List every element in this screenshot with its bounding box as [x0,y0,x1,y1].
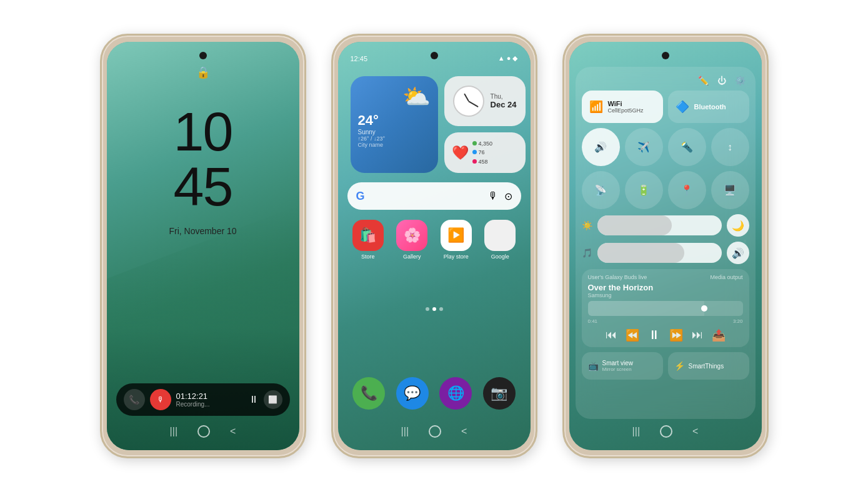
bottom-dock: 📞 💬 🌐 📷 [347,371,521,416]
media-controls: ⏮ ⏪ ⏸ ⏩ ⏭ 📤 [588,328,743,342]
media-output-label: Media output [710,274,742,280]
dock-phone[interactable]: 📞 [352,377,385,410]
wifi-network: CellEpot5GHz [608,107,644,114]
weather-temp: 24° [358,112,431,129]
vol-up-button[interactable] [100,123,101,148]
rec-time: 01:12:21 [176,391,244,401]
vol-up-button[interactable] [562,123,564,148]
media-next-icon[interactable]: ⏭ [692,328,703,342]
cp-power-icon[interactable]: ⏻ [717,76,726,86]
media-progress-fill [588,301,704,316]
nav-bar: ||| < [107,419,299,444]
app-gallery[interactable]: 🌸 Gallery [394,220,430,260]
media-play-pause-icon[interactable]: ⏸ [648,328,661,342]
app-store[interactable]: 🛍️ Store [351,220,386,260]
media-card: User's Galaxy Buds live Media output Ove… [582,269,749,347]
rec-cam-button[interactable]: ⬜ [264,390,282,409]
gallery-icon: 🌸 [396,220,427,251]
bluetooth-icon: 🔷 [676,100,689,114]
bluetooth-toggle[interactable]: 🔷 Bluetooth [668,91,749,123]
rec-mic-icon[interactable]: 🎙 [150,389,171,410]
cp-battery-icon[interactable]: 🔋 [625,171,663,209]
cp-settings-icon[interactable]: ⚙️ [735,76,746,86]
dark-mode-toggle[interactable]: 🌙 [727,214,749,237]
smart-things-icon: ⚡ [674,361,685,371]
voice-search-icon[interactable]: 🎙 [488,190,498,202]
cp-rss-icon[interactable]: 📡 [582,171,620,209]
clock-day: Thu, [491,93,517,100]
page-dot-3 [439,307,443,311]
app-playstore[interactable]: ▶️ Play store [439,220,474,260]
cp-edit-icon[interactable]: ✏️ [698,76,709,86]
nav-recent-icon[interactable]: ||| [170,426,177,437]
cp-airplane-icon[interactable]: ✈️ [625,128,663,166]
clock-info: Thu, Dec 24 [491,93,517,109]
lockscreen-screen: 🔒 10 45 Fri, November 10 📞 🎙 01:12:21 Re… [107,42,299,450]
vol-down-button[interactable] [100,154,101,179]
gallery-label: Gallery [403,253,421,260]
weather-widget[interactable]: ⛅ 24° Sunny ↑26° / ↓23° City name [351,76,438,173]
nav-recent-icon[interactable]: ||| [632,426,640,437]
store-label: Store [361,253,375,260]
camera-cutout [199,52,207,59]
media-title: Over the Horizon [588,283,743,292]
media-top-row: User's Galaxy Buds live Media output [588,274,743,280]
weather-icon-area: ⛅ [358,84,431,110]
health-stat1: 4,350 [479,140,493,147]
rec-phone-icon[interactable]: 📞 [124,389,145,410]
lens-search-icon[interactable]: ⊙ [504,190,512,202]
recording-bar[interactable]: 📞 🎙 01:12:21 Recording... ⏸ ⬜ [116,383,290,416]
health-heart-icon: ❤️ [452,145,469,161]
clock-widget[interactable]: Thu, Dec 24 [444,76,526,126]
lock-date: Fri, November 10 [169,226,236,236]
media-forward-icon[interactable]: ⏩ [669,328,683,342]
clock-minute-hand [468,101,478,107]
nav-home-icon[interactable] [660,425,672,438]
playstore-icon: ▶️ [441,220,472,251]
media-prev-icon[interactable]: ⏮ [606,328,617,342]
media-cast-icon[interactable]: 📤 [712,328,726,342]
nav-home-icon[interactable] [429,425,441,438]
media-rewind-icon[interactable]: ⏪ [626,328,639,342]
nav-home-icon[interactable] [197,425,210,438]
media-seek-thumb[interactable] [701,305,707,312]
health-widget[interactable]: ❤️ 4,350 76 458 [444,132,526,173]
cp-screen-icon[interactable]: 🖥️ [711,171,749,209]
google-logo: G [356,190,365,203]
smart-view-button[interactable]: 📺 Smart view Mirror screen [582,352,663,380]
smart-things-button[interactable]: ⚡ SmartThings [668,352,749,380]
cp-sound-icon[interactable]: 🔊 [582,128,620,166]
power-button[interactable] [305,135,306,170]
nav-back-icon[interactable]: < [230,426,236,437]
power-button[interactable] [536,135,537,170]
cp-torch-icon[interactable]: 🔦 [668,128,706,166]
control-panel: ✏️ ⏻ ⚙️ 📶 WiFi CellEpot5GHz 🔷 Bluetooth [576,67,756,419]
vol-down-button[interactable] [562,154,564,179]
nav-back-icon[interactable]: < [692,426,698,437]
cp-location-icon[interactable]: 📍 [668,171,706,209]
search-bar[interactable]: G 🎙 ⊙ [347,182,521,210]
rec-pause-button[interactable]: ⏸ [249,394,259,405]
dock-camera[interactable]: 📷 [483,377,516,410]
weather-condition: Sunny [358,129,431,135]
power-button[interactable] [767,135,769,170]
volume-track[interactable] [597,243,722,263]
wifi-icon: 📶 [589,100,603,114]
nav-back-icon[interactable]: < [461,426,467,437]
wifi-toggle[interactable]: 📶 WiFi CellEpot5GHz [582,91,663,123]
dock-messages[interactable]: 💬 [396,377,429,410]
brightness-slider-row: ☀️ 🌙 [582,214,749,237]
nav-recent-icon[interactable]: ||| [401,426,409,437]
vol-up-button[interactable] [331,123,332,148]
volume-end-button[interactable]: 🔊 [727,242,749,264]
vol-down-button[interactable] [331,154,332,179]
cp-data-icon[interactable]: ↕️ [711,128,749,166]
volume-fill [597,243,684,263]
google-icon [484,220,516,251]
brightness-track[interactable] [597,215,722,235]
media-waveform[interactable] [588,301,743,316]
cp-top-row: ✏️ ⏻ ⚙️ [582,73,749,91]
nav-bar: ||| < [569,419,762,444]
dock-internet[interactable]: 🌐 [439,377,472,410]
app-google[interactable]: Google [482,220,518,260]
